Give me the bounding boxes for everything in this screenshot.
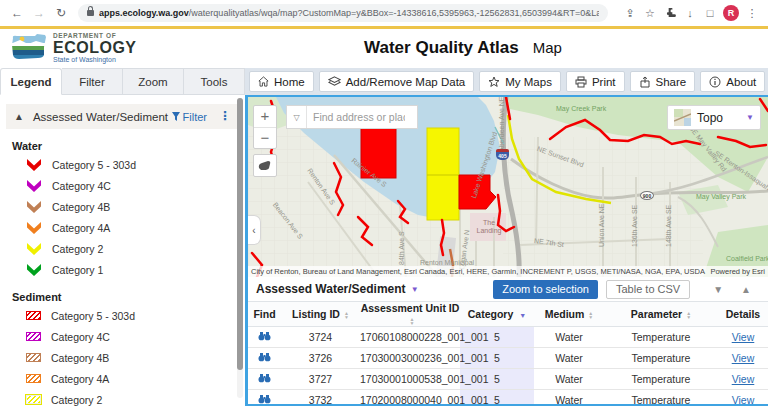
view-details-link[interactable]: View [732, 331, 755, 343]
water-swatch-cat4b-icon [26, 199, 42, 214]
collapse-table-chevron-down-icon[interactable]: ▼ [713, 284, 723, 295]
zoom-in-button[interactable]: + [254, 106, 276, 127]
menu-kebab-icon[interactable]: ⋮ [742, 7, 762, 20]
address-bar[interactable]: apps.ecology.wa.gov/waterqualityatlas/wq… [78, 4, 608, 22]
share-button[interactable]: Share [630, 71, 696, 92]
agency-name: DEPARTMENT OF ECOLOGY State of Washingto… [53, 33, 137, 63]
draw-tools-button[interactable] [253, 154, 277, 177]
reload-icon[interactable]: ↻ [52, 6, 70, 20]
col-parameter[interactable]: Parameter▲▼ [604, 302, 718, 327]
home-button[interactable]: Home [249, 71, 314, 92]
expand-table-chevron-up-icon[interactable]: ▲ [741, 284, 751, 295]
sidebar-scrollbar[interactable] [237, 98, 243, 398]
sort-icon[interactable]: ▲▼ [588, 311, 593, 320]
find-binoculars-icon[interactable] [258, 373, 271, 383]
sort-icon[interactable]: ▲▼ [344, 311, 349, 320]
map-label: Aberdeen Ave NE [498, 97, 505, 152]
legend-item[interactable]: Category 2 [26, 238, 245, 259]
listing-id: 3726 [281, 348, 360, 369]
back-icon[interactable]: ← [8, 6, 26, 20]
col-medium[interactable]: Medium▲▼ [534, 302, 604, 327]
legend-item[interactable]: Category 4A [26, 217, 245, 238]
washington-state-logo-icon [10, 33, 47, 62]
address-search[interactable]: ▽ [286, 105, 418, 129]
water-swatch-cat1-icon [26, 262, 42, 277]
sediment-swatch-cat4b-icon [26, 353, 41, 362]
legend-item[interactable]: Category 4C [26, 326, 245, 347]
legend-kebab-icon[interactable]: ⋮ [219, 113, 231, 120]
tab-filter[interactable]: Filter [62, 68, 123, 95]
medium-value: Water [534, 327, 604, 348]
col-listing-id[interactable]: Listing ID▲▼ [281, 302, 360, 327]
search-dropdown-icon[interactable]: ▽ [287, 106, 307, 128]
view-details-link[interactable]: View [732, 373, 755, 385]
extensions-puzzle-icon[interactable] [660, 7, 680, 20]
map-viewport[interactable]: May Creek Park SE May Valley Rd May Vall… [248, 97, 768, 277]
about-button[interactable]: About [700, 71, 765, 92]
map-label: 148th Ave SE [665, 205, 672, 247]
sidebar-collapse-button[interactable]: ‹ [248, 215, 261, 245]
table-title-chevron-icon[interactable]: ▼ [411, 285, 419, 294]
legend-item[interactable]: Category 5 - 303d [26, 154, 245, 175]
legend-item[interactable]: Category 4B [26, 347, 245, 368]
bookmark-star-icon[interactable]: ☆ [640, 7, 660, 20]
zoom-to-selection-button[interactable]: Zoom to selection [493, 280, 598, 299]
find-binoculars-icon[interactable] [258, 331, 271, 341]
water-swatch-cat5-icon [26, 157, 42, 172]
forward-icon[interactable]: → [30, 6, 48, 20]
legend-item[interactable]: Category 4A [26, 368, 245, 389]
search-input[interactable] [307, 111, 411, 123]
sediment-heading: Sediment [12, 291, 245, 303]
water-swatch-cat2-icon [26, 241, 42, 256]
basemap-chevron-icon[interactable]: ▼ [746, 113, 754, 122]
map-toolbar: Home Add/Remove Map Data My Maps Print S… [245, 68, 768, 95]
browser-chrome: ← → ↻ apps.ecology.wa.gov/waterqualityat… [0, 0, 768, 26]
legend-item[interactable]: Category 2 [26, 389, 245, 406]
assessment-polygon-cat2[interactable] [427, 128, 459, 220]
legend-item[interactable]: Category 4B [26, 196, 245, 217]
legend-item[interactable]: Category 5 - 303d [26, 305, 245, 326]
collapse-chevron-icon[interactable]: ▲ [14, 111, 24, 122]
profile-avatar[interactable]: R [723, 5, 739, 21]
my-maps-button[interactable]: My Maps [479, 71, 561, 92]
legend-filter-link[interactable]: Filter [172, 111, 207, 123]
legend-layer-header[interactable]: ▲ Assessed Water/Sediment Filter ⋮ [6, 104, 239, 129]
table-title: Assessed Water/Sediment [256, 282, 406, 296]
add-remove-map-data-button[interactable]: Add/Remove Map Data [319, 71, 475, 92]
share-icon [639, 76, 651, 88]
table-row[interactable]: 3724 17060108000228_001_001 5 Water Temp… [248, 327, 768, 348]
col-assessment-unit-id[interactable]: Assessment Unit ID▲▼ [360, 302, 460, 327]
zoom-out-button[interactable]: − [254, 127, 276, 148]
home-label: Home [274, 76, 305, 88]
ecology-logo[interactable]: DEPARTMENT OF ECOLOGY State of Washingto… [10, 33, 137, 63]
share-page-icon[interactable]: ⇪ [620, 7, 640, 20]
map-label: The Landing [474, 219, 504, 234]
print-label: Print [592, 76, 616, 88]
sediment-swatch-cat4c-icon [26, 332, 41, 341]
sort-icon[interactable]: ▲▼ [686, 311, 691, 320]
tab-legend[interactable]: Legend [0, 68, 62, 95]
legend-item[interactable]: Category 4C [26, 175, 245, 196]
legend-item[interactable]: Category 1 [26, 259, 245, 280]
download-icon[interactable]: ↓ [680, 7, 700, 19]
map-label: Coalfield Park [726, 255, 768, 262]
medium-value: Water [534, 369, 604, 390]
tab-tools[interactable]: Tools [184, 68, 245, 95]
tab-window-icon[interactable]: □ [700, 7, 720, 19]
home-icon [258, 76, 269, 87]
table-row[interactable]: 3732 17020008000040_001_001 5 Water Temp… [248, 390, 768, 406]
basemap-selector[interactable]: Topo ▼ [667, 105, 761, 130]
tab-zoom[interactable]: Zoom [123, 68, 184, 95]
table-row[interactable]: 3727 17030001000538_001_001 5 Water Temp… [248, 369, 768, 390]
print-button[interactable]: Print [566, 71, 625, 92]
sort-icon[interactable]: ▲▼ [410, 317, 415, 326]
col-category[interactable]: Category▼ [460, 302, 534, 327]
view-details-link[interactable]: View [732, 394, 755, 406]
table-to-csv-button[interactable]: Table to CSV [606, 280, 690, 299]
sort-desc-icon[interactable]: ▼ [519, 312, 526, 319]
medium-value: Water [534, 390, 604, 406]
view-details-link[interactable]: View [732, 352, 755, 364]
find-binoculars-icon[interactable] [258, 394, 271, 404]
find-binoculars-icon[interactable] [258, 352, 271, 362]
table-row[interactable]: 3726 17030003000236_001_001 5 Water Temp… [248, 348, 768, 369]
